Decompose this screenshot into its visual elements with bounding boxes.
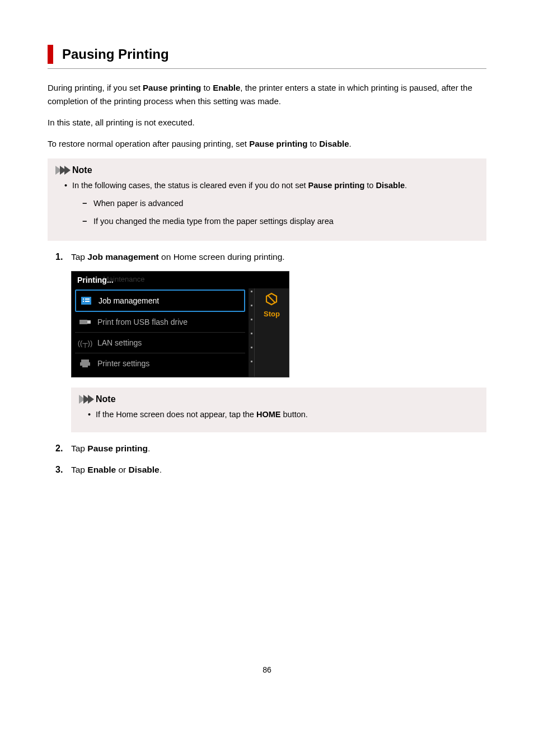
text-bold: HOME (256, 410, 281, 419)
list-icon (81, 296, 92, 305)
menu-item-lan-settings[interactable]: ((┬)) LAN settings (75, 333, 245, 353)
text-bold: Disable (319, 139, 349, 148)
title-accent-bar (48, 45, 53, 64)
note-sublist: When paper is advanced If you changed th… (72, 198, 479, 228)
svg-rect-7 (81, 360, 89, 362)
printer-icon (79, 359, 91, 368)
menu-label: Print from USB flash drive (97, 318, 188, 326)
text: button. (280, 410, 307, 419)
svg-rect-4 (85, 301, 90, 302)
svg-rect-6 (87, 320, 91, 324)
text: Tap (71, 444, 87, 453)
scroll-indicator (249, 288, 254, 377)
intro-paragraph-3: To restore normal operation after pausin… (48, 137, 486, 151)
note-arrows-icon (79, 395, 92, 404)
note-list: If the Home screen does not appear, tap … (79, 409, 479, 421)
text: During printing, if you set (48, 83, 143, 92)
printing-status: Printing... (77, 276, 114, 284)
menu-column: Job management Print from USB flash driv… (72, 288, 249, 377)
text-bold: Enable (213, 83, 240, 92)
note-header: Note (79, 394, 479, 404)
svg-rect-1 (83, 298, 84, 300)
intro-paragraph-1: During printing, if you set Pause printi… (48, 81, 486, 108)
svg-rect-2 (85, 298, 90, 300)
steps-list: Tap Job management on Home screen during… (48, 252, 486, 475)
antenna-icon: ((┬)) (79, 338, 91, 347)
menu-item-usb-print[interactable]: Print from USB flash drive (75, 312, 245, 333)
text-bold: Job management (87, 252, 158, 262)
step-3: Tap Enable or Disable. (55, 465, 486, 475)
step-1: Tap Job management on Home screen during… (55, 252, 486, 432)
text: In the following cases, the status is cl… (72, 181, 308, 190)
page-title: Pausing Printing (62, 46, 169, 62)
page-number: 86 (48, 665, 486, 674)
step-2: Tap Pause printing. (55, 444, 486, 454)
svg-rect-9 (82, 365, 88, 367)
text-bold: Pause printing (143, 83, 201, 92)
menu-label: LAN settings (97, 338, 142, 347)
text-bold: Pause printing (87, 444, 148, 453)
stop-icon (264, 292, 279, 306)
svg-rect-5 (79, 320, 87, 324)
note-list: In the following cases, the status is cl… (55, 180, 479, 227)
screen-header: Maintenance Printing... (72, 272, 289, 288)
text: . (349, 139, 352, 148)
note-subitem: When paper is advanced (82, 198, 479, 210)
text: . (160, 465, 162, 474)
printer-screen-image: Maintenance Printing... Job management (71, 271, 289, 377)
stop-button[interactable]: Stop (254, 288, 289, 377)
menu-label: Job management (99, 296, 159, 305)
note-item: If the Home screen does not appear, tap … (88, 409, 479, 421)
text: . (148, 444, 150, 453)
text: . (405, 181, 407, 190)
text: or (116, 465, 128, 474)
text: to (364, 181, 376, 190)
menu-label: Printer settings (97, 359, 149, 368)
text-bold: Disable (129, 465, 160, 474)
note-subitem: If you changed the media type from the p… (82, 216, 479, 228)
text: to (201, 83, 213, 92)
text: Tap (71, 252, 87, 262)
note-header: Note (55, 165, 479, 175)
text-bold: Pause printing (308, 181, 365, 190)
page-title-block: Pausing Printing (48, 45, 486, 69)
menu-item-job-management[interactable]: Job management (75, 290, 245, 312)
note-box-2: Note If the Home screen does not appear,… (71, 388, 486, 432)
text-bold: Disable (376, 181, 405, 190)
stop-label: Stop (264, 310, 280, 318)
text-bold: Pause printing (249, 139, 307, 148)
note-arrows-icon (55, 166, 69, 175)
note-title: Note (72, 165, 92, 175)
intro-paragraph-2: In this state, all printing is not execu… (48, 116, 486, 129)
text: on Home screen during printing. (159, 252, 285, 262)
svg-rect-3 (83, 301, 84, 302)
text: to (307, 139, 319, 148)
text: To restore normal operation after pausin… (48, 139, 249, 148)
note-item: In the following cases, the status is cl… (64, 180, 479, 227)
text: If the Home screen does not appear, tap … (96, 410, 256, 419)
note-title: Note (96, 394, 116, 404)
svg-line-10 (268, 296, 275, 302)
note-box-1: Note In the following cases, the status … (48, 158, 486, 241)
menu-item-printer-settings[interactable]: Printer settings (75, 353, 245, 374)
usb-icon (79, 318, 91, 326)
text: Tap (71, 465, 87, 474)
text-bold: Enable (87, 465, 116, 474)
